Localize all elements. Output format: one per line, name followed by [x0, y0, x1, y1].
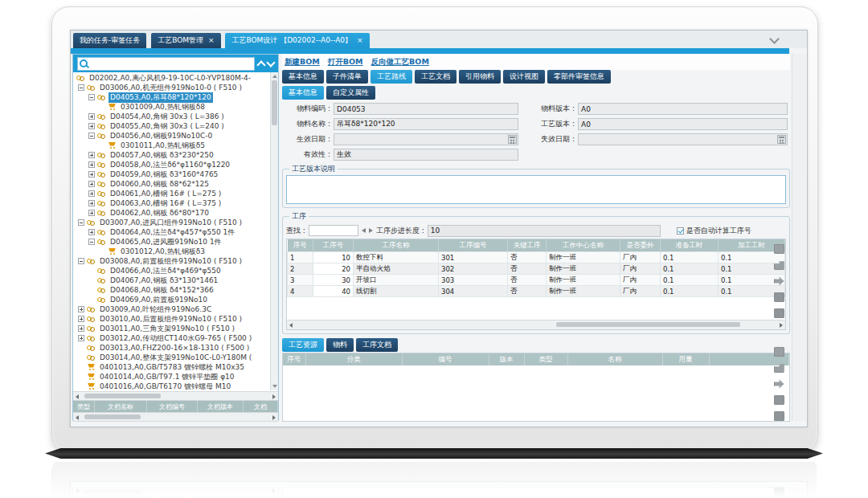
table-cell[interactable]: 3: [288, 275, 313, 286]
table-cell[interactable]: 线切割: [354, 286, 439, 297]
tree-item[interactable]: D04065,A0,进风圈919No10 1件: [73, 237, 278, 247]
tree-item[interactable]: D04062,A0,钢板 δ6*80*170: [73, 208, 278, 218]
table-cell[interactable]: 开坡口: [354, 275, 439, 286]
column-header[interactable]: 文档版本: [198, 401, 244, 412]
close-icon[interactable]: ×: [357, 36, 363, 44]
collapse-icon[interactable]: [88, 239, 95, 245]
tree-item[interactable]: D04055,A0,角钢 30x3 ( L=240 ): [73, 121, 278, 131]
tree-item[interactable]: D04054,A0,角钢 30x3 ( L=386 ): [73, 112, 278, 121]
tree-item[interactable]: D03009,A0,叶轮组件919No6.3C: [73, 304, 278, 314]
tree-item[interactable]: D04057,A0,钢板 δ3*230*250: [73, 150, 278, 160]
action-icon-3[interactable]: [774, 379, 784, 389]
validity-field[interactable]: 生效: [334, 149, 518, 161]
table-cell[interactable]: 301: [439, 252, 508, 263]
column-header[interactable]: 工序号: [313, 239, 354, 252]
expand-icon[interactable]: [88, 229, 95, 235]
table-cell[interactable]: 否: [508, 275, 547, 286]
column-header[interactable]: 是否委外: [620, 239, 661, 252]
expand-icon[interactable]: [88, 123, 95, 129]
expand-icon[interactable]: [88, 171, 95, 178]
column-header[interactable]: 关键工序: [508, 239, 547, 252]
table-cell[interactable]: 厂内: [620, 286, 661, 297]
table-cell[interactable]: 2: [288, 263, 313, 275]
column-header[interactable]: 工序编号: [439, 239, 508, 252]
version-note-textarea[interactable]: [286, 175, 786, 204]
table-cell[interactable]: 否: [508, 252, 547, 263]
tab-process-resources[interactable]: 工艺资源: [282, 338, 324, 352]
search-input[interactable]: [88, 58, 254, 69]
scrollbar-thumb[interactable]: [556, 322, 740, 327]
tree-item[interactable]: D04063,A0,槽钢 16# ( L=375 ): [73, 198, 278, 208]
subtab-custom-properties[interactable]: 自定义属性: [326, 86, 375, 100]
column-header[interactable]: 工作中心名称: [547, 239, 620, 252]
table-row[interactable]: 440线切割304否制作一班厂内0.10.1: [288, 286, 785, 297]
expand-icon[interactable]: [78, 306, 84, 312]
column-header[interactable]: 文档名称: [95, 401, 147, 412]
document-table-scrollbar[interactable]: [73, 412, 278, 422]
chevron-down-icon[interactable]: [769, 34, 780, 44]
table-cell[interactable]: 0.1: [661, 263, 719, 275]
tree-item[interactable]: 0301012,A0,热轧钢板δ3: [73, 247, 278, 256]
scroll-left-icon[interactable]: [76, 415, 79, 420]
previous-icon[interactable]: [362, 228, 366, 233]
expand-icon[interactable]: [88, 113, 95, 120]
scrollbar-thumb[interactable]: [272, 80, 277, 125]
table-cell[interactable]: 制作一班: [547, 286, 620, 297]
reverse-bom-link[interactable]: 反向做工艺BOM: [371, 57, 429, 67]
table-cell[interactable]: 制作一班: [547, 275, 620, 286]
tree-item[interactable]: 0401013,A0,GB/T5783 镀锌螺栓 M10x35: [73, 362, 278, 372]
column-header[interactable]: 工序名称: [354, 239, 439, 252]
tab-design-view[interactable]: 设计视图: [503, 70, 545, 84]
column-header[interactable]: 类型: [524, 353, 567, 365]
collapse-icon[interactable]: [78, 84, 84, 91]
table-cell[interactable]: 0.1: [661, 275, 719, 286]
step-length-field[interactable]: 10: [428, 225, 661, 237]
material-version-field[interactable]: A0: [578, 103, 788, 115]
collapse-icon[interactable]: [78, 219, 84, 226]
tree-item[interactable]: D04064,A0,法兰δ4*φ457*φ550 1件: [73, 227, 278, 237]
table-cell[interactable]: 304: [439, 286, 508, 297]
scroll-left-icon[interactable]: [289, 323, 293, 328]
table-cell[interactable]: 厂内: [620, 252, 661, 263]
tree-item[interactable]: 0301009,A0,热轧钢板δ8: [73, 102, 278, 112]
column-header[interactable]: 类型: [73, 401, 95, 412]
table-cell[interactable]: 30: [313, 275, 354, 286]
table-cell[interactable]: 302: [439, 263, 508, 275]
tree-item[interactable]: D03006,A0,机壳组件919No10-0 ( F510 ): [73, 83, 278, 92]
auto-calc-checkbox[interactable]: [677, 227, 684, 235]
action-icon-1[interactable]: [774, 347, 784, 357]
action-icon-3[interactable]: [774, 276, 784, 286]
material-name-field[interactable]: 吊耳δ8*120*120: [334, 118, 518, 130]
column-header[interactable]: 名称: [567, 353, 662, 365]
column-header[interactable]: 编号: [402, 353, 489, 365]
scroll-up-icon[interactable]: [272, 75, 277, 78]
expand-icon[interactable]: [88, 200, 95, 206]
scroll-right-icon[interactable]: [272, 415, 276, 420]
chevron-down-icon[interactable]: [266, 58, 275, 67]
action-icon-4[interactable]: [774, 395, 784, 405]
table-cell[interactable]: 厂内: [620, 263, 661, 275]
tree-item[interactable]: D03014,A0,整体支架919No10C-L0-Y180M (: [73, 353, 278, 362]
action-icon-4[interactable]: [774, 292, 784, 302]
tab-operation-docs[interactable]: 工序文档: [356, 338, 398, 352]
collapse-icon[interactable]: [88, 133, 95, 139]
action-icon-2[interactable]: [774, 363, 784, 373]
tree-item[interactable]: D04069,A0,前置板919No10: [73, 295, 278, 304]
tree-item[interactable]: D04056,A0,钢板919No10C-0: [73, 131, 278, 141]
tree-item[interactable]: D03010,A0,后置板组件919No10 ( F510 ): [73, 314, 278, 324]
open-bom-link[interactable]: 打开BOM: [328, 57, 363, 67]
find-input[interactable]: [309, 225, 358, 236]
column-header[interactable]: 分类: [305, 353, 402, 365]
tree-horizontal-scrollbar[interactable]: [73, 391, 278, 401]
chevron-up-icon[interactable]: [256, 60, 265, 69]
column-header[interactable]: 用量: [662, 353, 709, 365]
expand-icon[interactable]: [78, 325, 84, 332]
table-cell[interactable]: 否: [508, 286, 547, 297]
table-cell[interactable]: 0.1: [661, 286, 719, 297]
column-header[interactable]: 文档编号: [147, 401, 198, 412]
table-cell[interactable]: 厂内: [620, 275, 661, 286]
table-cell[interactable]: 10: [313, 252, 354, 263]
column-header[interactable]: 序号: [288, 239, 313, 252]
action-icon-2[interactable]: [774, 260, 784, 270]
table-cell[interactable]: 303: [439, 275, 508, 286]
